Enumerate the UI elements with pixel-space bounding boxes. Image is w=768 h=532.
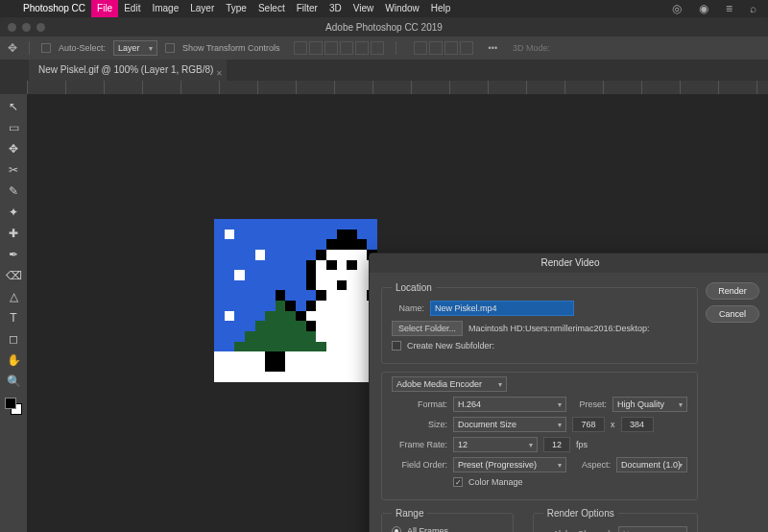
apple-icon[interactable] <box>6 0 17 17</box>
menu-filter[interactable]: Filter <box>291 0 324 17</box>
document-tab[interactable]: New Piskel.gif @ 100% (Layer 1, RGB/8) ✕ <box>29 60 227 81</box>
auto-select-checkbox[interactable] <box>41 43 51 53</box>
render-options-legend: Render Options <box>543 508 618 519</box>
tool-crop[interactable]: ✂ <box>4 161 23 179</box>
status-icon: ≡ <box>720 0 738 17</box>
width-input[interactable] <box>572 417 605 432</box>
alpha-select: None <box>618 526 687 532</box>
create-subfolder-label: Create New Subfolder: <box>407 341 494 351</box>
preset-select[interactable]: High Quality <box>612 397 687 412</box>
size-select[interactable]: Document Size <box>453 417 566 432</box>
range-legend: Range <box>392 508 427 519</box>
render-video-dialog: Render Video Location Name: Select Folde… <box>369 253 768 532</box>
document-canvas[interactable] <box>214 219 377 382</box>
tool-heal[interactable]: ✦ <box>4 204 23 221</box>
tool-stamp[interactable]: ✒ <box>4 246 23 263</box>
tool-hand[interactable]: ✋ <box>4 351 23 369</box>
height-input[interactable] <box>621 417 654 432</box>
cancel-button[interactable]: Cancel <box>706 305 759 323</box>
name-label: Name: <box>392 303 424 313</box>
encoder-group: Adobe Media Encoder Format: H.264 Preset… <box>381 372 698 500</box>
location-group: Location Name: Select Folder... Macintos… <box>381 282 698 364</box>
color-manage-label: Color Manage <box>468 477 523 487</box>
canvas-area: Render Video Location Name: Select Folde… <box>27 94 768 532</box>
align-buttons[interactable] <box>294 41 384 55</box>
tool-marquee[interactable]: ▭ <box>4 119 23 136</box>
status-icon: ◎ <box>666 0 687 17</box>
search-icon[interactable]: ⌕ <box>744 0 762 17</box>
tools-panel: ↖ ▭ ✥ ✂ ✎ ✦ ✚ ✒ ⌫ △ T ◻ ✋ 🔍 <box>0 94 27 532</box>
select-folder-button[interactable]: Select Folder... <box>392 321 463 336</box>
all-frames-label: All Frames <box>407 526 448 532</box>
folder-path: Macintosh HD:Users:nmillerimac2016:Deskt… <box>468 324 650 333</box>
photoshop-window: Adobe Photoshop CC 2019 ✥ Auto-Select: L… <box>0 17 768 532</box>
document-tabs: New Piskel.gif @ 100% (Layer 1, RGB/8) ✕ <box>0 60 768 81</box>
mode-3d-label: 3D Mode: <box>513 43 550 53</box>
horizontal-ruler <box>27 81 768 94</box>
tool-shape[interactable]: ◻ <box>4 330 23 348</box>
tool-lasso[interactable]: ✥ <box>4 140 23 157</box>
color-swatches[interactable] <box>5 398 22 415</box>
filename-input[interactable] <box>430 301 574 316</box>
menu-edit[interactable]: Edit <box>118 0 146 17</box>
tool-type[interactable]: T <box>4 309 23 326</box>
menu-layer[interactable]: Layer <box>184 0 220 17</box>
format-label: Format: <box>392 399 447 409</box>
status-icon: ◉ <box>693 0 714 17</box>
document-tab-label: New Piskel.gif @ 100% (Layer 1, RGB/8) <box>38 64 213 75</box>
show-transform-checkbox[interactable] <box>165 43 175 53</box>
menu-type[interactable]: Type <box>220 0 252 17</box>
menu-image[interactable]: Image <box>146 0 184 17</box>
menu-window[interactable]: Window <box>379 0 425 17</box>
field-order-select[interactable]: Preset (Progressive) <box>453 457 566 472</box>
tool-eraser[interactable]: ⌫ <box>4 267 23 284</box>
auto-select-target[interactable]: Layer <box>113 40 157 56</box>
window-titlebar: Adobe Photoshop CC 2019 <box>0 17 768 36</box>
auto-select-label: Auto-Select: <box>59 43 106 53</box>
tool-brush[interactable]: ✚ <box>4 225 23 242</box>
render-options-group: Render Options Alpha Channel:None 3D Qua… <box>533 508 698 532</box>
menu-photoshop[interactable]: Photoshop CC <box>17 0 91 17</box>
dialog-title: Render Video <box>370 254 768 273</box>
create-subfolder-checkbox[interactable] <box>392 341 401 351</box>
move-tool-icon: ✥ <box>8 41 17 55</box>
menu-3d[interactable]: 3D <box>324 0 348 17</box>
field-order-label: Field Order: <box>392 460 447 470</box>
tool-move[interactable]: ↖ <box>4 98 23 115</box>
size-label: Size: <box>392 420 447 429</box>
tool-eyedrop[interactable]: ✎ <box>4 182 23 200</box>
color-manage-checkbox[interactable]: ✓ <box>453 477 463 487</box>
close-tab-icon[interactable]: ✕ <box>216 63 223 85</box>
preset-label: Preset: <box>572 399 607 409</box>
mac-menu-bar: Photoshop CC File Edit Image Layer Type … <box>0 0 768 17</box>
show-transform-label: Show Transform Controls <box>182 43 280 53</box>
menu-file[interactable]: File <box>91 0 118 17</box>
menu-select[interactable]: Select <box>252 0 291 17</box>
frame-rate-label: Frame Rate: <box>392 440 447 449</box>
aspect-select[interactable]: Document (1.0) <box>616 457 687 472</box>
encoder-select[interactable]: Adobe Media Encoder <box>392 376 507 392</box>
range-group: Range All Frames Currently Selected Fram… <box>381 508 514 532</box>
options-bar: ✥ Auto-Select: Layer Show Transform Cont… <box>0 36 768 60</box>
location-legend: Location <box>392 282 436 293</box>
frame-rate-input[interactable] <box>543 437 570 452</box>
format-select[interactable]: H.264 <box>453 397 566 412</box>
fps-label: fps <box>576 440 588 449</box>
menu-view[interactable]: View <box>348 0 380 17</box>
aspect-label: Aspect: <box>572 460 611 470</box>
tool-gradient[interactable]: △ <box>4 288 23 305</box>
frame-rate-select[interactable]: 12 <box>453 437 538 452</box>
x-label: x <box>611 420 615 429</box>
tool-zoom[interactable]: 🔍 <box>4 373 23 390</box>
window-title: Adobe Photoshop CC 2019 <box>0 22 768 33</box>
render-button[interactable]: Render <box>706 282 759 300</box>
menu-help[interactable]: Help <box>425 0 457 17</box>
distribute-buttons[interactable] <box>414 41 473 55</box>
all-frames-radio[interactable] <box>392 526 401 532</box>
